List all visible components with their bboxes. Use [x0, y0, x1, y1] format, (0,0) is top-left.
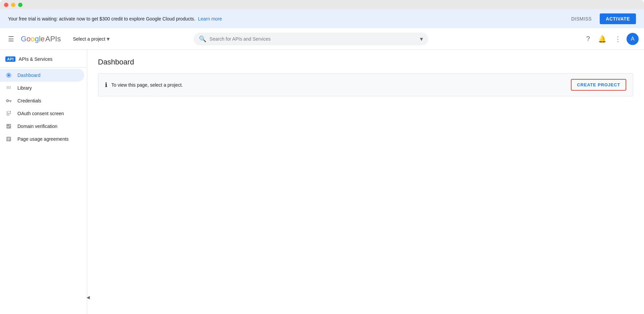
page-usage-icon	[5, 136, 12, 142]
sidebar-item-dashboard[interactable]: Dashboard	[0, 69, 84, 82]
user-avatar-button[interactable]: A	[627, 33, 639, 45]
notifications-icon: 🔔	[598, 35, 606, 43]
sidebar: API APIs & Services Dashboard Library	[0, 50, 87, 314]
info-banner-left: ℹ To view this page, select a project.	[105, 81, 183, 89]
top-nav: ☰ Google APIs Select a project ▾ 🔍 ▾ ? 🔔…	[0, 28, 644, 50]
svg-point-0	[8, 75, 10, 76]
sidebar-item-oauth[interactable]: OAuth consent screen	[0, 107, 84, 120]
more-options-button[interactable]: ⋮	[612, 32, 624, 46]
window-chrome	[0, 0, 644, 9]
search-icon: 🔍	[199, 35, 206, 43]
chevron-down-icon: ▾	[107, 35, 110, 43]
google-apis-logo: Google APIs	[21, 35, 61, 43]
sidebar-dashboard-label: Dashboard	[17, 73, 41, 78]
project-selector-button[interactable]: Select a project ▾	[69, 33, 114, 45]
activate-button[interactable]: ACTIVATE	[600, 13, 636, 24]
banner-text: Your free trial is waiting: activate now…	[8, 16, 195, 21]
sidebar-header: API APIs & Services	[0, 52, 87, 66]
help-button[interactable]: ?	[584, 32, 593, 45]
dismiss-button[interactable]: DISMISS	[567, 14, 596, 24]
help-icon: ?	[586, 35, 590, 43]
sidebar-divider	[0, 67, 87, 68]
sidebar-item-domain[interactable]: Domain verification	[0, 120, 84, 133]
credentials-icon	[5, 98, 12, 104]
search-dropdown-icon: ▾	[420, 35, 423, 43]
dashboard-icon	[5, 72, 12, 78]
learn-more-link[interactable]: Learn more	[198, 16, 222, 21]
domain-icon	[5, 123, 12, 129]
page-title: Dashboard	[98, 58, 633, 66]
nav-right-actions: ? 🔔 ⋮ A	[584, 32, 639, 46]
collapse-icon: ◄	[86, 295, 91, 300]
create-project-button[interactable]: CREATE PROJECT	[571, 79, 626, 91]
search-input[interactable]	[210, 36, 417, 42]
google-logo-text: Google	[21, 35, 45, 43]
main-layout: API APIs & Services Dashboard Library	[0, 50, 644, 314]
sidebar-oauth-label: OAuth consent screen	[17, 111, 64, 116]
project-selector-label: Select a project	[73, 36, 105, 42]
banner-message: Your free trial is waiting: activate now…	[8, 16, 222, 21]
maximize-button[interactable]	[18, 3, 22, 7]
close-button[interactable]	[4, 3, 8, 7]
sidebar-item-library[interactable]: Library	[0, 82, 84, 94]
apis-logo-text: APIs	[45, 35, 61, 43]
sidebar-title: APIs & Services	[19, 56, 52, 62]
sidebar-item-credentials[interactable]: Credentials	[0, 94, 84, 107]
library-icon	[5, 85, 12, 91]
collapse-sidebar-button[interactable]: ◄	[83, 292, 94, 303]
sidebar-item-page-usage[interactable]: Page usage agreements	[0, 133, 84, 145]
trial-banner: Your free trial is waiting: activate now…	[0, 9, 644, 28]
sidebar-library-label: Library	[17, 85, 32, 91]
sidebar-credentials-label: Credentials	[17, 98, 41, 103]
menu-icon: ☰	[8, 35, 14, 43]
sidebar-domain-label: Domain verification	[17, 124, 57, 129]
banner-actions: DISMISS ACTIVATE	[567, 13, 636, 24]
more-icon: ⋮	[614, 35, 621, 43]
search-bar: 🔍 ▾	[194, 33, 428, 45]
sidebar-page-usage-label: Page usage agreements	[17, 136, 69, 142]
info-banner: ℹ To view this page, select a project. C…	[98, 73, 633, 96]
api-badge: API	[5, 56, 15, 62]
hamburger-menu-button[interactable]: ☰	[5, 32, 17, 46]
oauth-icon	[5, 110, 12, 117]
minimize-button[interactable]	[11, 3, 15, 7]
info-message: To view this page, select a project.	[111, 82, 183, 88]
info-icon: ℹ	[105, 81, 107, 89]
main-content: Dashboard ℹ To view this page, select a …	[87, 50, 644, 314]
notifications-button[interactable]: 🔔	[595, 32, 609, 46]
